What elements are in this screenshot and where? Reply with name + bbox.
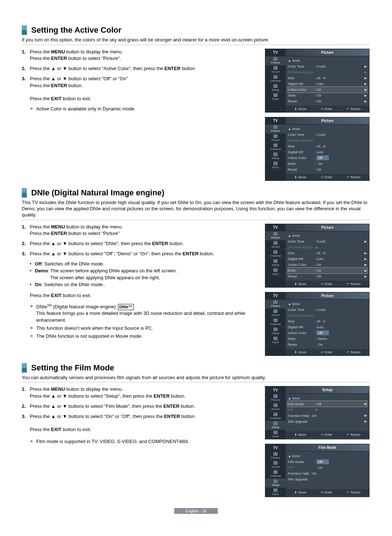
step-item: 2. Press the ▲ or ▼ button to select "Ac… <box>22 65 259 72</box>
section-title: Setting the Film Mode <box>31 363 114 373</box>
divider <box>22 382 370 382</box>
sidebar-item-input[interactable]: Input <box>265 430 286 439</box>
note: ➣The DNIe function is not supported in M… <box>30 333 259 340</box>
sidebar-item-sound[interactable]: Sound <box>265 65 286 74</box>
note: ➣ Active Color is available only in Dyna… <box>30 106 259 112</box>
osd-picture-dnie-options: TVPicture Picture Sound Channel Setup In… <box>265 292 369 356</box>
dnie-badge-icon: DNIe™ <box>118 304 134 310</box>
section-accent-icon <box>22 363 27 373</box>
osd-picture-dnie: TVPicture Picture Sound Channel Setup In… <box>265 224 369 288</box>
note: ➣ Film mode is supported in TV, VIDEO, S… <box>30 438 259 445</box>
note: ➣This function doesn't work when the Inp… <box>30 325 259 332</box>
sidebar-item-sound[interactable]: Sound <box>265 403 286 412</box>
step-item: 3. Press the ▲ or ▼ button to select "Of… <box>22 76 259 102</box>
osd-picture-menu: TVPicture Picture Sound Channel Setup In… <box>265 49 369 113</box>
sidebar-item-input[interactable]: Input <box>265 93 286 102</box>
option-off[interactable]: Off <box>317 155 329 160</box>
section-title: DNIe (Digital Natural Image engine) <box>31 188 164 198</box>
sidebar-item-picture[interactable]: Picture <box>265 56 286 65</box>
bullets: •Off: Switches off the DNIe mode. •Demo:… <box>30 261 259 288</box>
section-intro: If you turn on this option, the colors o… <box>22 37 370 43</box>
section-intro: You can automatically senses and process… <box>22 375 370 381</box>
option-off[interactable]: Off <box>317 330 329 335</box>
sidebar-item-channel[interactable]: Channel <box>265 412 286 421</box>
step-item: 2. Press the ▲ or ▼ buttons to select "F… <box>22 403 259 410</box>
sidebar-item-setup[interactable]: Setup <box>265 84 286 93</box>
menu-row-dnie[interactable]: DNIe: On▶ <box>288 268 367 273</box>
option-on[interactable]: On <box>317 161 324 166</box>
step-item: 2. Press the ▲ or ▼ buttons to select "D… <box>22 240 259 247</box>
sidebar-item-setup[interactable]: Setup <box>265 421 286 430</box>
divider <box>22 45 370 45</box>
osd-setup-menu: TVSetup Picture Sound Channel Setup Inpu… <box>265 386 369 439</box>
section-accent-icon <box>22 188 27 198</box>
page-number-badge: English - 29 <box>174 508 218 514</box>
option-on[interactable]: On <box>317 465 324 470</box>
step-item: 3. Press the ▲ or ▼ buttons to select "O… <box>22 251 259 257</box>
section-title: Setting the Active Color <box>31 25 122 35</box>
note-icon: ➣ <box>30 106 36 112</box>
sidebar-item-channel[interactable]: Channel <box>265 74 286 84</box>
option-demo[interactable]: Demo <box>317 336 328 341</box>
exit-line: Press the EXIT button to exit. <box>30 293 259 298</box>
step-item: 1. Press the MENU button to display the … <box>22 49 259 62</box>
osd-filmmode-options: TVFilm Mode Picture Sound Channel Setup … <box>265 444 369 497</box>
option-off[interactable]: Off <box>317 459 329 464</box>
section-intro: This TV includes the DNIe function to pr… <box>22 200 370 218</box>
note-icon: ➣ <box>30 303 36 309</box>
option-on[interactable]: On <box>317 342 324 347</box>
note-icon: ➣ <box>30 438 36 444</box>
divider <box>22 220 370 220</box>
sidebar-item-picture[interactable]: Picture <box>265 394 286 403</box>
step-item: 3. Press the ▲ or ▼ buttons to select "O… <box>22 413 259 433</box>
section-accent-icon <box>22 25 27 35</box>
menu-row-film-mode[interactable]: Film Mode: Off▶ <box>288 401 367 407</box>
step-item: 1. Press the MENU button to display the … <box>22 386 259 399</box>
osd-picture-activecolor-options: TVPicture Picture Sound Channel Setup In… <box>265 117 369 181</box>
menu-row-active-color[interactable]: Active Color: On▶ <box>288 87 367 93</box>
step-item: 1. Press the MENU button to display the … <box>22 224 259 237</box>
note: ➣ DNIeTM (Digital Natural Image engine) … <box>30 303 259 324</box>
